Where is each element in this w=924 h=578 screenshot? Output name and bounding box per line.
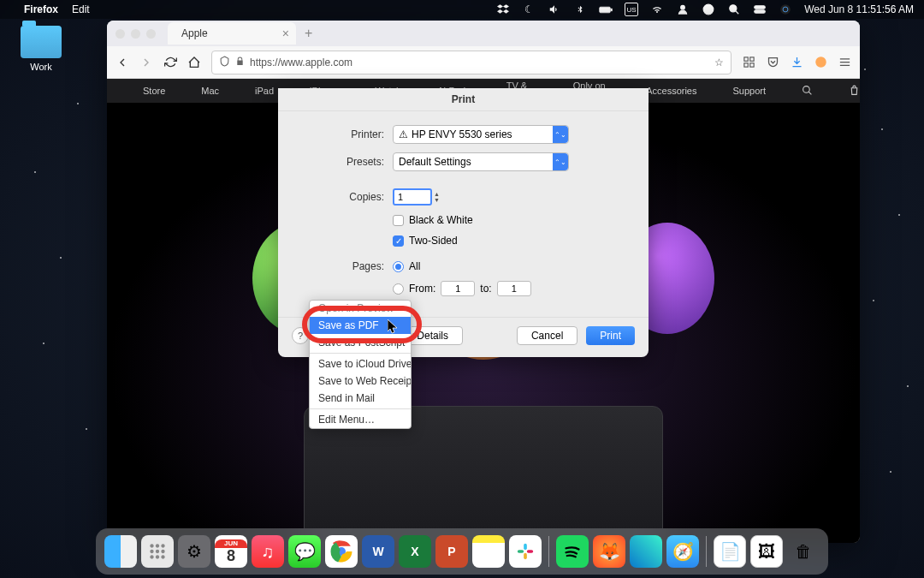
bookmark-star-icon[interactable]: ☆ (714, 57, 724, 69)
wifi-icon[interactable] (650, 3, 664, 16)
menu-save-receipts[interactable]: Save to Web Receipts (310, 372, 411, 390)
dialog-title: Print (278, 88, 649, 111)
nav-mac[interactable]: Mac (201, 86, 219, 96)
nav-search-icon[interactable] (802, 85, 813, 98)
svg-rect-29 (524, 544, 527, 550)
dock-chrome[interactable] (325, 535, 358, 568)
forward-button[interactable] (139, 56, 153, 69)
cancel-button[interactable]: Cancel (517, 326, 578, 345)
svg-point-19 (156, 544, 159, 547)
dock-finder[interactable] (104, 535, 137, 568)
user-icon[interactable] (676, 3, 690, 16)
siri-icon[interactable] (779, 3, 792, 16)
nav-support[interactable]: Support (732, 86, 766, 96)
zoom-window-button[interactable] (146, 29, 156, 39)
presets-select[interactable]: Default Settings ⌃⌄ (393, 152, 569, 171)
dock-slack[interactable] (509, 535, 542, 568)
menu-separator (310, 353, 411, 354)
dock-safari[interactable]: 🧭 (666, 535, 699, 568)
menu-edit[interactable]: Edit Menu… (310, 411, 411, 428)
dock-calendar[interactable]: JUN8 (215, 535, 247, 568)
spotlight-icon[interactable] (727, 3, 741, 16)
copies-input[interactable] (393, 188, 432, 206)
pages-from-input[interactable] (441, 281, 475, 296)
svg-point-22 (156, 550, 159, 553)
dock-edge[interactable] (630, 535, 662, 568)
dock-firefox[interactable]: 🦊 (593, 535, 625, 568)
downloads-icon[interactable] (790, 56, 803, 69)
new-tab-button[interactable]: + (305, 26, 312, 41)
menu-send-mail[interactable]: Send in Mail (310, 390, 411, 407)
dock-textedit[interactable]: 📄 (714, 535, 746, 568)
dock-trash[interactable]: 🗑 (787, 535, 820, 568)
folder-label: Work (17, 62, 65, 72)
browser-toolbar: https://www.apple.com ☆ (107, 46, 860, 79)
menu-save-as-pdf[interactable]: Save as PDF (310, 317, 411, 334)
lock-icon[interactable] (235, 57, 245, 69)
home-button[interactable] (187, 56, 201, 69)
bw-checkbox[interactable] (393, 215, 404, 226)
pdf-dropdown-menu: Open in Preview Save as PDF Save as Post… (309, 300, 412, 429)
two-sided-checkbox[interactable]: ✓ (393, 235, 404, 247)
minimize-window-button[interactable] (131, 29, 140, 39)
control-center-icon[interactable] (753, 3, 767, 16)
copies-stepper[interactable]: ▲▼ (434, 188, 444, 206)
svg-rect-15 (749, 63, 753, 67)
nav-ipad[interactable]: iPad (255, 86, 274, 96)
svg-point-9 (762, 10, 764, 12)
pages-all-radio[interactable] (393, 261, 404, 272)
volume-icon[interactable] (548, 3, 561, 16)
svg-point-18 (150, 544, 153, 547)
dock-word[interactable]: W (362, 535, 394, 568)
dock-settings[interactable]: ⚙ (178, 535, 210, 568)
dock-excel[interactable]: X (399, 535, 431, 568)
nav-accessories[interactable]: Accessories (646, 86, 696, 96)
dock-spotify[interactable] (556, 535, 589, 568)
url-bar[interactable]: https://www.apple.com ☆ (211, 51, 732, 74)
app-name[interactable]: Firefox (24, 3, 58, 15)
svg-rect-1 (611, 9, 612, 11)
shield-icon[interactable] (219, 56, 230, 69)
dock-messages[interactable]: 💬 (288, 535, 321, 568)
app-menu-icon[interactable] (838, 56, 851, 69)
svg-point-26 (161, 555, 164, 558)
dock-separator (548, 536, 549, 567)
printer-select[interactable]: ⚠ HP ENVY 5530 series ⌃⌄ (393, 125, 569, 144)
help-button[interactable]: ? (292, 327, 309, 344)
bw-label: Black & White (409, 214, 473, 226)
menu-open-preview[interactable]: Open in Preview (310, 301, 411, 317)
svg-rect-30 (518, 550, 524, 553)
dock-launchpad[interactable] (141, 535, 174, 568)
presets-label: Presets: (299, 156, 393, 168)
close-tab-icon[interactable]: × (282, 27, 289, 40)
pages-range-radio[interactable] (393, 283, 404, 295)
close-window-button[interactable] (116, 29, 125, 39)
menu-save-icloud[interactable]: Save to iCloud Drive (310, 355, 411, 372)
clock-icon[interactable] (702, 3, 715, 16)
do-not-disturb-icon[interactable]: ☾ (522, 3, 536, 16)
back-button[interactable] (116, 56, 129, 69)
clock-text[interactable]: Wed Jun 8 11:51:56 AM (804, 3, 914, 15)
dock-powerpoint[interactable]: P (435, 535, 468, 568)
battery-icon[interactable] (599, 3, 613, 16)
input-source-icon[interactable]: US (625, 3, 638, 16)
svg-point-8 (756, 7, 758, 9)
menu-save-as-postscript[interactable]: Save as PostScript (310, 334, 411, 351)
tab-title: Apple (181, 27, 208, 39)
dropbox-icon[interactable] (496, 3, 510, 16)
account-icon[interactable] (814, 56, 827, 69)
dock-preview[interactable]: 🖼 (750, 535, 783, 568)
extensions-icon[interactable] (742, 56, 755, 69)
dock-notes[interactable] (472, 535, 505, 568)
reload-button[interactable] (163, 56, 177, 69)
nav-bag-icon[interactable] (849, 85, 860, 98)
bluetooth-icon[interactable] (573, 3, 587, 16)
dock-music[interactable]: ♫ (252, 535, 284, 568)
pages-to-input[interactable] (497, 281, 531, 296)
pocket-icon[interactable] (766, 56, 779, 69)
desktop-folder-work[interactable]: Work (17, 26, 65, 72)
print-button[interactable]: Print (586, 326, 635, 345)
tab-apple[interactable]: Apple × (168, 22, 296, 45)
nav-store[interactable]: Store (143, 86, 165, 96)
edit-menu[interactable]: Edit (72, 3, 90, 15)
